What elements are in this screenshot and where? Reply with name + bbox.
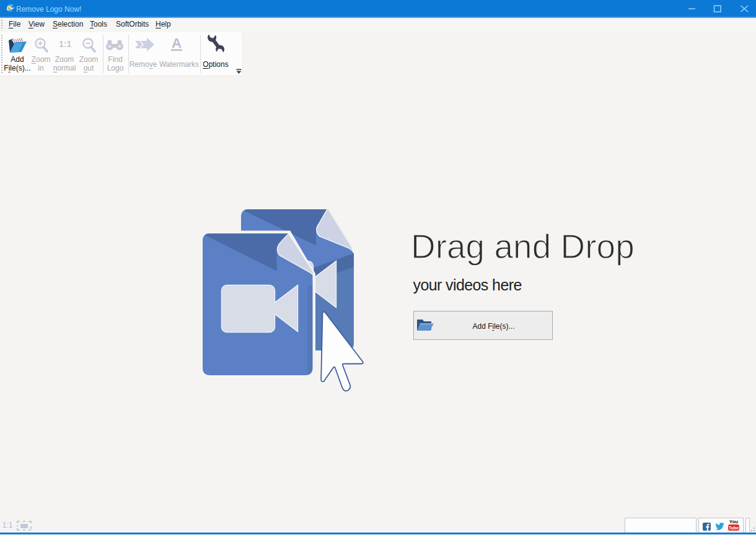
svg-text:Tube: Tube: [729, 526, 739, 530]
